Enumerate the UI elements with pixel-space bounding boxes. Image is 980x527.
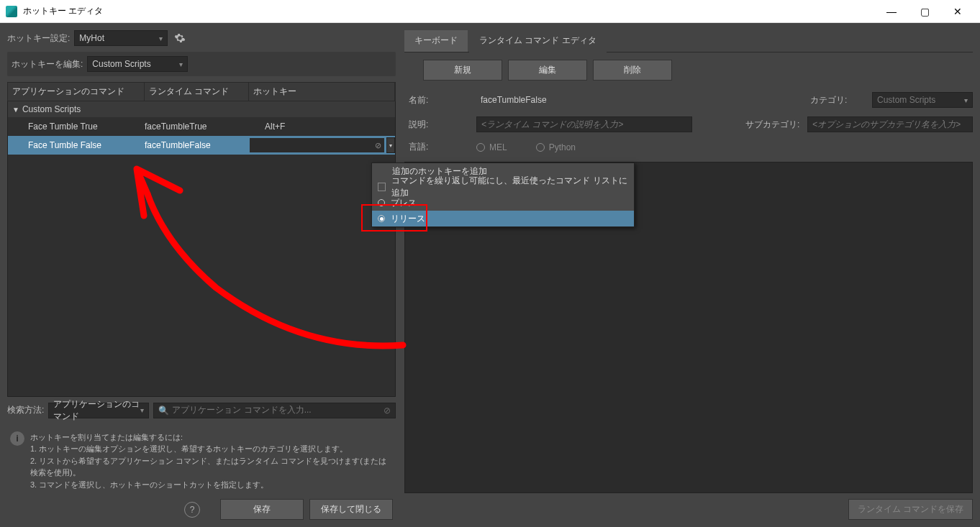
command-tree[interactable]: ▼ Custom Scripts Face Tumble True faceTu… xyxy=(7,101,396,397)
tabs: キーボード ランタイム コマンド エディタ xyxy=(404,30,973,52)
edit-hotkey-value: Custom Scripts xyxy=(92,59,150,69)
mel-radio[interactable]: MEL xyxy=(476,142,507,152)
cell-app: Face Tumble True xyxy=(8,122,145,132)
search-input[interactable]: 🔍 アプリケーション コマンドを入力... ⊘ xyxy=(153,403,396,418)
table-row-selected[interactable]: Face Tumble False faceTumbleFalse ⊘ ▾ xyxy=(8,136,395,155)
search-mode-value: アプリケーションのコマンド xyxy=(53,398,140,423)
tab-runtime-editor[interactable]: ランタイム コマンド エディタ xyxy=(469,30,607,52)
radio-selected-icon xyxy=(378,215,385,222)
right-panel: キーボード ランタイム コマンド エディタ 新規 編集 削除 名前: faceT… xyxy=(400,23,980,527)
window-title: ホットキー エディタ xyxy=(23,5,875,17)
python-radio[interactable]: Python xyxy=(536,142,576,152)
help-line: 3. コマンドを選択し、ホットキーのショートカットを指定します。 xyxy=(30,479,393,491)
save-button[interactable]: 保存 xyxy=(220,499,304,520)
triangle-down-icon: ▼ xyxy=(12,106,19,114)
subcategory-input[interactable]: <オプションのサブカテゴリ名を入力> xyxy=(807,116,973,132)
clear-search-icon[interactable]: ⊘ xyxy=(384,405,391,416)
subcategory-label: サブカテゴリ: xyxy=(745,119,807,131)
group-label: Custom Scripts xyxy=(22,104,81,114)
radio-icon xyxy=(476,143,485,152)
tree-group-custom-scripts[interactable]: ▼ Custom Scripts xyxy=(8,101,395,117)
col-runtime-command[interactable]: ランタイム コマンド xyxy=(145,83,249,101)
cell-hk: Alt+F xyxy=(249,122,395,132)
search-mode-combo[interactable]: アプリケーションのコマンド ▾ xyxy=(48,403,149,418)
save-runtime-button[interactable]: ランタイム コマンドを保存 xyxy=(848,499,973,520)
name-value: faceTumbleFalse xyxy=(476,92,692,108)
chevron-down-icon: ▾ xyxy=(140,406,144,414)
edit-hotkey-combo[interactable]: Custom Scripts ▾ xyxy=(87,56,188,72)
save-close-button[interactable]: 保存して閉じる xyxy=(309,499,393,520)
col-hotkey[interactable]: ホットキー xyxy=(249,83,395,101)
hotkey-input[interactable]: ⊘ xyxy=(249,137,385,153)
cell-hk: ⊘ ▾ xyxy=(249,137,395,153)
maximize-button[interactable]: ▢ xyxy=(908,0,941,23)
search-icon: 🔍 xyxy=(158,405,169,416)
chevron-down-icon: ▾ xyxy=(964,96,968,104)
radio-icon xyxy=(378,199,385,206)
hotkey-settings-combo[interactable]: MyHot ▾ xyxy=(74,30,168,46)
info-icon: i xyxy=(10,431,24,446)
edit-hotkey-label: ホットキーを編集: xyxy=(12,58,83,70)
left-panel: ホットキー設定: MyHot ▾ ホットキーを編集: Custom Script… xyxy=(0,23,400,527)
help-panel: i ホットキーを割り当てまたは編集するには: 1. ホットキーの編集オプションを… xyxy=(7,429,396,494)
menu-repeatable[interactable]: コマンドを繰り返し可能にし、最近使ったコマンド リストに追加 xyxy=(372,179,634,195)
cell-app: Face Tumble False xyxy=(8,140,145,150)
titlebar: ホットキー エディタ — ▢ ✕ xyxy=(0,0,980,23)
checkbox-icon xyxy=(378,183,386,191)
chevron-down-icon: ▾ xyxy=(159,35,163,42)
hotkey-context-menu: 追加のホットキーを追加 コマンドを繰り返し可能にし、最近使ったコマンド リストに… xyxy=(371,162,635,227)
cell-rt: faceTumbleTrue xyxy=(145,122,249,132)
menu-release[interactable]: リリース xyxy=(372,211,634,226)
minimize-button[interactable]: — xyxy=(875,0,908,23)
chevron-down-icon: ▾ xyxy=(179,60,183,68)
category-label: カテゴリ: xyxy=(810,94,872,106)
search-placeholder: アプリケーション コマンドを入力... xyxy=(172,404,311,416)
category-value: Custom Scripts xyxy=(877,95,935,105)
edit-button[interactable]: 編集 xyxy=(508,60,587,81)
language-label: 言語: xyxy=(404,141,476,153)
radio-icon xyxy=(536,143,545,152)
close-button[interactable]: ✕ xyxy=(941,0,974,23)
tab-keyboard[interactable]: キーボード xyxy=(404,30,468,52)
help-line: 2. リストから希望するアプリケーション コマンド、またはランタイム コマンドを… xyxy=(30,455,393,479)
table-header: アプリケーションのコマンド ランタイム コマンド ホットキー xyxy=(7,82,396,101)
description-input[interactable]: <ランタイム コマンドの説明を入力> xyxy=(476,116,692,132)
table-row[interactable]: Face Tumble True faceTumbleTrue Alt+F xyxy=(8,117,395,136)
delete-button[interactable]: 削除 xyxy=(593,60,672,81)
hotkey-settings-value: MyHot xyxy=(79,33,104,43)
help-line: 1. ホットキーの編集オプションを選択し、希望するホットキーのカテゴリを選択しま… xyxy=(30,443,393,455)
name-label: 名前: xyxy=(404,94,476,106)
col-app-command[interactable]: アプリケーションのコマンド xyxy=(8,83,145,101)
hotkey-settings-label: ホットキー設定: xyxy=(7,32,70,45)
app-logo-icon xyxy=(6,6,17,17)
help-button[interactable]: ? xyxy=(184,502,200,518)
new-button[interactable]: 新規 xyxy=(423,60,502,81)
help-title: ホットキーを割り当てまたは編集するには: xyxy=(30,431,393,444)
clear-icon[interactable]: ⊘ xyxy=(375,141,381,150)
category-combo[interactable]: Custom Scripts ▾ xyxy=(872,92,973,108)
hotkey-dropdown-button[interactable]: ▾ xyxy=(386,137,395,153)
cell-rt: faceTumbleFalse xyxy=(145,140,249,150)
gear-icon[interactable] xyxy=(172,30,188,46)
description-label: 説明: xyxy=(404,119,476,131)
search-label: 検索方法: xyxy=(7,404,44,416)
